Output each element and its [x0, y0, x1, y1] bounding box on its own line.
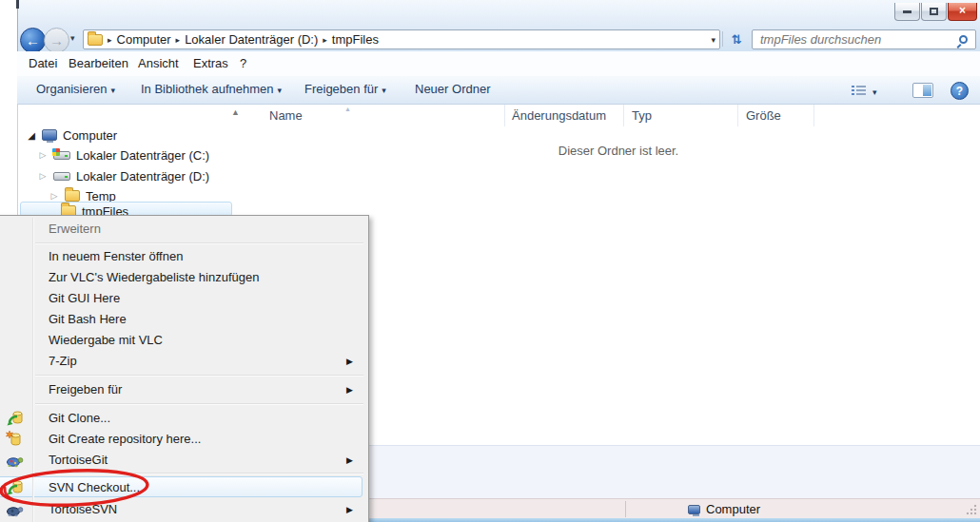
- submenu-arrow-icon: ▶: [346, 499, 353, 520]
- include-in-library-button[interactable]: In Bibliothek aufnehmen▾: [141, 82, 282, 96]
- maximize-button[interactable]: [921, 3, 947, 21]
- submenu-arrow-icon: ▶: [346, 379, 353, 400]
- tree-collapsed-icon[interactable]: ▷: [38, 150, 48, 160]
- close-button[interactable]: ×: [948, 3, 977, 21]
- computer-icon: [42, 129, 57, 141]
- preview-pane-button[interactable]: [912, 83, 933, 101]
- column-header-type[interactable]: Typ: [632, 108, 652, 123]
- column-header-size[interactable]: Größe: [746, 108, 781, 123]
- menu-item-tortoisegit[interactable]: TortoiseGit▶: [0, 450, 366, 471]
- menu-item-git-bash-here[interactable]: Git Bash Here: [0, 309, 366, 330]
- context-menu: Erweitern In neuem Fenster öffnen Zur VL…: [0, 215, 369, 522]
- share-label: Freigeben für: [304, 82, 378, 96]
- folder-icon: [88, 34, 103, 46]
- menu-item-label: Git Bash Here: [49, 312, 127, 326]
- status-location-label: Computer: [706, 502, 760, 516]
- menu-item-play-with-vlc[interactable]: Wiedergabe mit VLC: [0, 330, 366, 351]
- tree-item-label: Computer: [63, 128, 117, 143]
- folder-icon: [65, 190, 80, 202]
- breadcrumb-segment-drive-d[interactable]: Lokaler Datenträger (D:): [185, 32, 318, 47]
- chevron-down-icon: ▾: [110, 86, 115, 95]
- menu-item-git-gui-here[interactable]: Git GUI Here: [0, 288, 366, 309]
- breadcrumb-arrow-icon: ▸: [323, 35, 327, 45]
- tree-collapsed-icon[interactable]: ▷: [38, 171, 48, 181]
- menu-item-7zip[interactable]: 7-Zip▶: [0, 351, 366, 372]
- menu-item-label: Freigeben für: [49, 382, 122, 396]
- column-header-row: Name ▲ Änderungsdatum Typ Größe: [243, 105, 980, 126]
- help-button[interactable]: ?: [951, 82, 969, 100]
- menu-item-git-create-repo[interactable]: Git Create repository here...: [0, 429, 366, 450]
- menu-item-open-new-window[interactable]: In neuem Fenster öffnen: [0, 246, 366, 267]
- windows-flag-icon: [52, 147, 60, 155]
- search-box[interactable]: [752, 29, 976, 49]
- column-divider[interactable]: [504, 105, 505, 126]
- menu-item-share-with[interactable]: Freigeben für▶: [0, 379, 366, 400]
- menu-item-label: Git Create repository here...: [49, 432, 201, 446]
- tree-item-drive-c[interactable]: ▷ Lokaler Datenträger (C:): [38, 145, 209, 164]
- minimize-button[interactable]: [894, 3, 920, 21]
- column-header-name[interactable]: Name: [269, 108, 303, 123]
- menu-separator: [35, 403, 363, 404]
- menu-item-erweitern[interactable]: Erweitern: [0, 219, 366, 240]
- scroll-up-arrow[interactable]: ▲: [231, 107, 240, 117]
- column-divider[interactable]: [623, 105, 624, 126]
- breadcrumb-segment-computer[interactable]: Computer: [117, 32, 171, 47]
- back-button[interactable]: ←: [20, 28, 46, 53]
- menu-extras[interactable]: Extras: [193, 56, 228, 70]
- column-header-date[interactable]: Änderungsdatum: [512, 108, 606, 123]
- menu-item-label: Wiedergabe mit VLC: [49, 333, 163, 347]
- menu-item-tortoisesvn[interactable]: TortoiseSVN▶: [0, 499, 366, 520]
- menu-item-label: TortoiseSVN: [49, 502, 117, 516]
- recent-pages-dropdown[interactable]: ▾: [70, 33, 75, 43]
- tree-collapsed-icon[interactable]: ▷: [49, 191, 59, 201]
- status-location: Computer: [688, 502, 760, 516]
- resize-grip[interactable]: [966, 504, 977, 515]
- chevron-down-icon: ▾: [277, 86, 282, 95]
- column-divider[interactable]: [737, 105, 738, 126]
- empty-folder-message: Dieser Ordner ist leer.: [514, 144, 723, 158]
- breadcrumb-segment-tmpfiles[interactable]: tmpFiles: [332, 32, 379, 47]
- back-icon: ←: [26, 32, 40, 48]
- maximize-icon: [930, 8, 938, 15]
- address-history-dropdown[interactable]: ▾: [711, 35, 715, 45]
- menu-datei[interactable]: Datei: [29, 56, 57, 70]
- submenu-arrow-icon: ▶: [346, 450, 353, 471]
- menu-item-git-clone[interactable]: Git Clone...: [0, 408, 366, 429]
- menu-item-label: Zur VLC's Wiedergabeliste hinzufügen: [49, 270, 259, 284]
- search-input[interactable]: [758, 31, 959, 48]
- share-with-button[interactable]: Freigeben für▾: [304, 82, 386, 96]
- submenu-arrow-icon: ▶: [346, 351, 353, 372]
- address-bar[interactable]: ▸ Computer ▸ Lokaler Datenträger (D:) ▸ …: [83, 29, 720, 49]
- chevron-down-icon: ▾: [711, 35, 715, 45]
- menu-item-label: 7-Zip: [49, 354, 77, 368]
- organize-button[interactable]: Organisieren▾: [36, 82, 115, 96]
- menu-item-svn-checkout[interactable]: SVN Checkout...: [0, 477, 366, 498]
- menu-separator: [35, 473, 363, 474]
- menu-item-vlc-playlist[interactable]: Zur VLC's Wiedergabeliste hinzufügen: [0, 267, 366, 288]
- tree-item-label: Lokaler Datenträger (D:): [76, 169, 209, 184]
- tree-expanded-icon[interactable]: ◢: [27, 130, 36, 141]
- forward-button[interactable]: →: [44, 28, 69, 53]
- menu-hilfe[interactable]: ?: [240, 56, 246, 70]
- menu-bar: Datei Bearbeiten Ansicht Extras ?: [17, 51, 980, 76]
- drive-d-icon: [53, 172, 70, 181]
- menu-item-label: Git GUI Here: [49, 291, 120, 305]
- git-clone-icon: [5, 409, 24, 428]
- menu-item-label: TortoiseGit: [49, 453, 108, 467]
- screenshot-root: × ← → ▾ ▸ Computer ▸ Lokaler Datenträger…: [0, 0, 980, 522]
- breadcrumb: ▸ Computer ▸ Lokaler Datenträger (D:) ▸ …: [108, 32, 379, 47]
- change-view-button[interactable]: ▾: [852, 84, 877, 98]
- menu-separator: [35, 242, 363, 243]
- menu-bearbeiten[interactable]: Bearbeiten: [69, 56, 128, 70]
- tree-item-computer[interactable]: ◢ Computer: [27, 126, 117, 145]
- refresh-button[interactable]: ⇅: [725, 31, 748, 48]
- tree-item-drive-d[interactable]: ▷ Lokaler Datenträger (D:): [38, 166, 209, 185]
- tortoisegit-icon: [5, 451, 24, 470]
- chevron-down-icon: ▾: [70, 33, 75, 43]
- views-icon: [852, 85, 866, 97]
- column-divider[interactable]: [813, 105, 814, 126]
- svn-checkout-icon: [5, 478, 24, 497]
- chevron-down-icon: ▾: [382, 86, 386, 95]
- menu-ansicht[interactable]: Ansicht: [138, 56, 179, 70]
- new-folder-button[interactable]: Neuer Ordner: [415, 82, 490, 96]
